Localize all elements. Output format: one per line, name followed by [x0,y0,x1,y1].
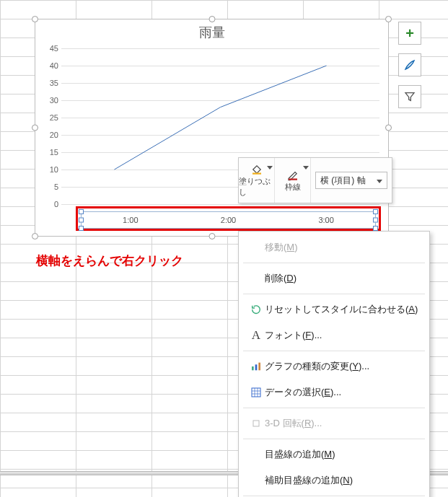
y-tick-label: 40 [44,61,58,70]
svg-rect-4 [258,363,260,371]
chevron-down-icon [300,162,309,171]
chart-object[interactable]: 雨量 051015202530354045 1:002:003:00 [35,19,389,237]
fill-color-button[interactable]: 塗りつぶし [239,158,275,203]
context-menu-label: 移動(M) [265,241,421,254]
reset-icon [247,304,265,315]
chart-side-buttons [398,22,421,117]
fill-bucket-icon [250,163,264,176]
x-axis-selection-highlight: 1:002:003:00 [76,206,381,231]
chart-title[interactable]: 雨量 [35,19,388,43]
brush-icon [403,58,416,71]
x-tick-label: 3:00 [318,216,333,224]
selection-handle[interactable] [385,16,392,22]
y-tick-label: 15 [44,148,58,157]
context-menu-item[interactable]: データの選択(E)... [239,379,429,405]
context-menu-separator [243,408,425,408]
funnel-icon [404,91,416,102]
x-tick-label: 1:00 [123,216,138,224]
y-tick-label: 45 [44,44,58,53]
context-menu-item[interactable]: リセットしてスタイルに合わせる(A) [239,296,429,322]
axis-sel-handle[interactable] [79,218,84,223]
context-menu-item: 移動(M) [239,234,429,260]
svg-rect-3 [255,364,258,370]
chevron-down-icon [374,175,382,185]
context-menu-separator [243,294,425,294]
axis-sel-handle[interactable] [79,226,84,231]
y-tick-label: 10 [44,165,58,174]
context-menu-label: フォント(F)... [265,329,421,342]
select-data-icon [247,387,265,398]
context-menu-separator [243,496,425,496]
context-menu-item[interactable]: 目盛線の追加(M) [239,441,429,467]
x-tick-label: 2:00 [221,216,236,224]
svg-rect-5 [252,388,260,397]
context-menu-label: 3-D 回転(R)... [265,417,421,430]
chart-filter-button[interactable] [398,85,421,108]
context-menu-label: リセットしてスタイルに合わせる(A) [265,303,421,316]
selection-handle[interactable] [208,16,215,22]
chart-element-selector[interactable]: 横 (項目) 軸 [311,172,392,189]
axis-sel-handle[interactable] [373,226,378,231]
fill-label: 塗りつぶし [239,176,274,198]
context-menu-separator [243,351,425,351]
context-menu-item[interactable]: Aフォント(F)... [239,322,429,348]
rotate-3d-icon [247,418,265,429]
selection-handle[interactable] [32,233,38,239]
selector-value: 横 (項目) 軸 [320,175,366,187]
svg-rect-10 [253,421,259,426]
context-menu-separator [243,263,425,263]
context-menu-item[interactable]: 補助目盛線の追加(N) [239,467,429,493]
chart-elements-button[interactable] [398,22,421,45]
y-tick-label: 0 [44,200,58,208]
outline-label: 枠線 [285,182,301,193]
svg-rect-0 [252,173,261,175]
selection-handle[interactable] [32,125,38,131]
context-menu-item[interactable]: 削除(D) [239,265,429,291]
context-menu-separator [243,439,425,439]
y-tick-label: 25 [44,113,58,122]
annotation-instruction: 横軸をえらんで右クリック [36,252,183,269]
svg-rect-1 [289,178,297,180]
y-tick-label: 20 [44,131,58,139]
selection-handle[interactable] [385,125,392,131]
y-tick-label: 30 [44,96,58,105]
selection-handle[interactable] [32,16,38,22]
y-tick-label: 5 [44,182,58,191]
chart-styles-button[interactable] [398,53,421,76]
chart-type-icon [247,361,265,372]
context-menu-item: 3-D 回転(R)... [239,410,429,436]
mini-toolbar: 塗りつぶし 枠線 横 (項目) 軸 [238,157,392,203]
x-axis[interactable]: 1:002:003:00 [81,211,376,229]
font-icon: A [247,328,265,343]
context-menu-item[interactable]: グラフの種類の変更(Y)... [239,353,429,379]
axis-sel-handle[interactable] [79,209,84,214]
axis-sel-handle[interactable] [373,209,378,214]
svg-rect-2 [252,366,254,370]
context-menu-label: グラフの種類の変更(Y)... [265,360,421,373]
selection-handle[interactable] [208,233,215,239]
chevron-down-icon [264,162,273,171]
context-menu-label: 補助目盛線の追加(N) [265,474,421,487]
y-tick-label: 35 [44,79,58,87]
axis-sel-handle[interactable] [373,218,378,223]
pen-icon [286,169,300,182]
gridline [61,204,379,205]
context-menu-label: 目盛線の追加(M) [265,448,421,461]
plus-icon [405,25,414,42]
context-menu-label: データの選択(E)... [265,386,421,399]
outline-color-button[interactable]: 枠線 [275,158,311,203]
context-menu: 移動(M)削除(D)リセットしてスタイルに合わせる(A)Aフォント(F)...グ… [238,231,430,497]
context-menu-label: 削除(D) [265,272,421,285]
